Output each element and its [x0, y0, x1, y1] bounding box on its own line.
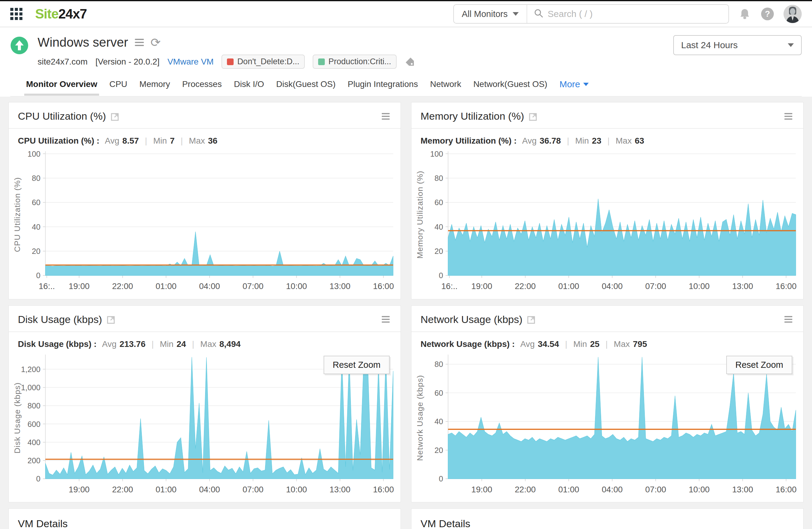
panel-title: Memory Utilization (%) [421, 110, 524, 122]
chevron-down-icon [583, 83, 589, 86]
svg-text:01:00: 01:00 [156, 281, 176, 291]
expand-chart-icon[interactable] [111, 112, 120, 121]
svg-text:01:00: 01:00 [558, 485, 579, 494]
svg-text:Memory Utilization (%): Memory Utilization (%) [416, 171, 424, 259]
time-range-dropdown[interactable]: Last 24 Hours [673, 35, 802, 55]
chart-stats: Disk Usage (kbps) : Avg213.76 | Min24 | … [9, 332, 401, 350]
tab-network[interactable]: Network [430, 79, 461, 96]
panel-title: Disk Usage (kbps) [18, 313, 102, 325]
svg-text:01:00: 01:00 [156, 485, 176, 494]
chart-stats: Memory Utilization (%) : Avg36.78 | Min2… [411, 129, 803, 147]
svg-text:1,000: 1,000 [21, 383, 40, 392]
svg-text:22:00: 22:00 [112, 485, 133, 494]
cpu-utilization-panel: CPU Utilization (%) CPU Utilization (%) … [9, 102, 401, 299]
svg-text:60: 60 [434, 198, 443, 207]
svg-text:80: 80 [32, 174, 41, 182]
svg-text:20: 20 [434, 247, 443, 255]
svg-text:40: 40 [32, 223, 41, 231]
svg-text:10:00: 10:00 [286, 281, 307, 291]
page-title: Windows server [38, 35, 128, 50]
vmware-vm-link[interactable]: VMware VM [168, 57, 214, 67]
app-grid-icon[interactable] [10, 8, 23, 20]
panel-menu-icon[interactable] [783, 111, 794, 121]
tab-processes[interactable]: Processes [182, 79, 222, 96]
svg-text:80: 80 [434, 360, 443, 368]
svg-text:1,200: 1,200 [21, 365, 40, 373]
svg-text:100: 100 [430, 150, 443, 158]
tab-disk-guest-os[interactable]: Disk(Guest OS) [276, 79, 335, 96]
svg-text:600: 600 [28, 420, 41, 428]
chevron-down-icon [513, 12, 519, 16]
svg-text:22:00: 22:00 [515, 485, 536, 494]
cpu-utilization-chart[interactable]: 02040608010016:..19:0022:0001:0004:0007:… [11, 149, 397, 295]
tab-network-guest-os[interactable]: Network(Guest OS) [473, 79, 547, 96]
svg-text:16:00: 16:00 [373, 281, 394, 291]
panel-menu-icon[interactable] [380, 111, 391, 121]
tag-chip[interactable]: Production:Criti... [313, 55, 396, 69]
tab-disk-io[interactable]: Disk I/O [234, 79, 264, 96]
expand-chart-icon[interactable] [107, 315, 116, 324]
tab-memory[interactable]: Memory [140, 79, 170, 96]
svg-text:Disk Usage (kbps): Disk Usage (kbps) [13, 382, 22, 453]
notifications-bell-icon[interactable] [738, 7, 751, 20]
tab-monitor-overview[interactable]: Monitor Overview [26, 79, 97, 96]
monitor-domain: site24x7.com [38, 57, 88, 67]
panel-menu-icon[interactable] [380, 314, 391, 324]
help-icon[interactable]: ? [760, 7, 774, 21]
tab-plugin-integrations[interactable]: Plugin Integrations [348, 79, 418, 96]
dashboard-grid: CPU Utilization (%) CPU Utilization (%) … [0, 97, 812, 529]
tag-chip[interactable]: Don't_Delete:D... [221, 55, 305, 69]
svg-text:19:00: 19:00 [69, 485, 90, 494]
search-field-wrap [527, 9, 729, 19]
svg-text:04:00: 04:00 [602, 281, 623, 291]
svg-text:04:00: 04:00 [602, 485, 623, 494]
tag-icon[interactable] [405, 57, 415, 67]
svg-text:16:00: 16:00 [373, 485, 394, 494]
svg-text:22:00: 22:00 [112, 281, 133, 291]
tab-more[interactable]: More [559, 79, 589, 96]
svg-text:16:..: 16:.. [441, 281, 458, 291]
reset-zoom-button[interactable]: Reset Zoom [323, 356, 390, 374]
svg-text:100: 100 [28, 150, 41, 158]
site24x7-logo[interactable]: Site24x7 [35, 6, 87, 21]
panel-menu-icon[interactable] [783, 314, 794, 324]
expand-chart-icon[interactable] [527, 315, 536, 324]
svg-text:?: ? [765, 9, 770, 18]
svg-text:40: 40 [434, 417, 443, 426]
svg-text:0: 0 [439, 474, 443, 483]
svg-text:04:00: 04:00 [199, 485, 220, 494]
svg-text:10:00: 10:00 [689, 485, 710, 494]
svg-text:200: 200 [28, 456, 41, 465]
reset-zoom-button[interactable]: Reset Zoom [726, 356, 792, 374]
svg-text:60: 60 [434, 388, 443, 397]
search-icon [534, 9, 543, 19]
tag-color-square [318, 58, 325, 65]
monitor-version: [Version - 20.0.2] [96, 57, 160, 67]
svg-text:0: 0 [36, 271, 40, 280]
panel-title: Network Usage (kbps) [421, 313, 522, 325]
svg-text:07:00: 07:00 [242, 281, 263, 291]
svg-text:13:00: 13:00 [732, 281, 753, 291]
chart-stats: Network Usage (kbps) : Avg34.54 | Min25 … [411, 332, 803, 350]
refresh-icon[interactable]: ⟳ [150, 36, 161, 48]
monitor-menu-icon[interactable] [135, 39, 144, 46]
svg-text:20: 20 [32, 247, 41, 255]
chevron-down-icon [788, 43, 794, 47]
search-input[interactable] [548, 9, 722, 19]
user-avatar[interactable] [784, 5, 802, 23]
expand-chart-icon[interactable] [529, 112, 538, 121]
svg-text:60: 60 [32, 198, 41, 207]
svg-text:0: 0 [439, 271, 443, 280]
svg-text:Network Usage (kbps): Network Usage (kbps) [416, 375, 424, 461]
svg-text:20: 20 [434, 446, 443, 454]
disk-usage-panel: Disk Usage (kbps) Disk Usage (kbps) : Av… [9, 305, 401, 503]
svg-text:13:00: 13:00 [732, 485, 753, 494]
vm-details-title: VM Details [411, 509, 803, 529]
tab-cpu[interactable]: CPU [110, 79, 127, 96]
svg-text:80: 80 [434, 174, 443, 182]
svg-text:10:00: 10:00 [689, 281, 710, 291]
monitors-dropdown[interactable]: All Monitors [454, 5, 527, 23]
svg-text:16:00: 16:00 [775, 281, 797, 291]
memory-utilization-chart[interactable]: 02040608010016:..19:0022:0001:0004:0007:… [413, 149, 800, 295]
monitor-header: Windows server ⟳ site24x7.com [Version -… [0, 27, 812, 97]
